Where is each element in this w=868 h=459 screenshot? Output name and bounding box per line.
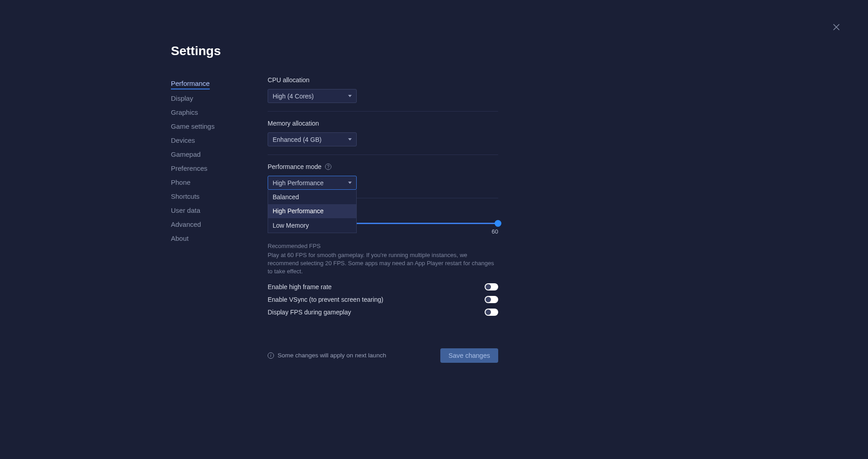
- cpu-allocation-label: CPU allocation: [268, 76, 498, 84]
- vsync-row: Enable VSync (to prevent screen tearing): [268, 293, 498, 306]
- restart-notice-text: Some changes will apply on next launch: [278, 352, 386, 359]
- fps-slider-thumb[interactable]: [495, 220, 501, 227]
- settings-footer: i Some changes will apply on next launch…: [268, 348, 498, 363]
- fps-slider-value: 60: [492, 228, 498, 235]
- save-changes-button[interactable]: Save changes: [440, 348, 498, 363]
- memory-allocation-label: Memory allocation: [268, 120, 498, 127]
- vsync-toggle[interactable]: [485, 296, 498, 303]
- cpu-allocation-value: High (4 Cores): [273, 93, 314, 100]
- performance-mode-options: Balanced High Performance Low Memory: [268, 190, 357, 233]
- recommended-fps-description: Play at 60 FPS for smooth gameplay. If y…: [268, 251, 498, 276]
- recommended-fps-heading: Recommended FPS: [268, 243, 498, 249]
- display-fps-label: Display FPS during gameplay: [268, 309, 351, 316]
- sidebar-item-game-settings[interactable]: Game settings: [171, 119, 268, 133]
- performance-mode-value: High Performance: [273, 179, 324, 187]
- performance-mode-option-low-memory[interactable]: Low Memory: [268, 218, 356, 233]
- close-icon: [832, 23, 840, 31]
- sidebar-item-phone[interactable]: Phone: [171, 175, 268, 189]
- cpu-allocation-select[interactable]: High (4 Cores): [268, 89, 357, 103]
- settings-dialog: Settings Performance Display Graphics Ga…: [0, 0, 868, 459]
- memory-allocation-value: Enhanced (4 GB): [273, 136, 321, 143]
- performance-mode-select[interactable]: High Performance: [268, 176, 357, 190]
- fps-section: 60 Recommended FPS Play at 60 FPS for sm…: [268, 217, 498, 327]
- sidebar-item-user-data[interactable]: User data: [171, 203, 268, 217]
- performance-mode-label: Performance mode ?: [268, 163, 498, 170]
- chevron-down-icon: [348, 138, 352, 141]
- high-frame-rate-toggle[interactable]: [485, 283, 498, 290]
- close-button[interactable]: [831, 22, 842, 33]
- chevron-down-icon: [348, 95, 352, 97]
- settings-sidebar: Performance Display Graphics Game settin…: [171, 76, 268, 363]
- memory-allocation-select[interactable]: Enhanced (4 GB): [268, 132, 357, 146]
- sidebar-item-display[interactable]: Display: [171, 91, 268, 105]
- toggle-knob: [486, 309, 491, 315]
- high-frame-rate-label: Enable high frame rate: [268, 283, 332, 290]
- high-frame-rate-row: Enable high frame rate: [268, 281, 498, 293]
- toggle-knob: [486, 297, 491, 302]
- sidebar-item-shortcuts[interactable]: Shortcuts: [171, 189, 268, 203]
- restart-notice: i Some changes will apply on next launch: [268, 352, 386, 359]
- sidebar-item-graphics[interactable]: Graphics: [171, 105, 268, 119]
- vsync-label: Enable VSync (to prevent screen tearing): [268, 296, 383, 303]
- display-fps-row: Display FPS during gameplay: [268, 306, 498, 318]
- performance-mode-section: Performance mode ? High Performance Bala…: [268, 163, 498, 198]
- chevron-down-icon: [348, 182, 352, 184]
- performance-mode-option-balanced[interactable]: Balanced: [268, 190, 356, 204]
- page-title: Settings: [171, 44, 868, 58]
- memory-section: Memory allocation Enhanced (4 GB): [268, 120, 498, 155]
- display-fps-toggle[interactable]: [485, 309, 498, 316]
- sidebar-item-gamepad[interactable]: Gamepad: [171, 147, 268, 161]
- performance-mode-label-text: Performance mode: [268, 163, 321, 170]
- sidebar-item-performance[interactable]: Performance: [171, 76, 210, 89]
- cpu-section: CPU allocation High (4 Cores): [268, 76, 498, 112]
- toggle-knob: [486, 284, 491, 290]
- info-icon: i: [268, 352, 274, 359]
- sidebar-item-about[interactable]: About: [171, 231, 268, 245]
- settings-main: CPU allocation High (4 Cores) Memory all…: [268, 76, 498, 363]
- sidebar-item-advanced[interactable]: Advanced: [171, 217, 268, 231]
- sidebar-item-devices[interactable]: Devices: [171, 133, 268, 147]
- performance-mode-option-high-performance[interactable]: High Performance: [268, 204, 356, 219]
- sidebar-item-preferences[interactable]: Preferences: [171, 161, 268, 175]
- help-icon[interactable]: ?: [325, 164, 331, 170]
